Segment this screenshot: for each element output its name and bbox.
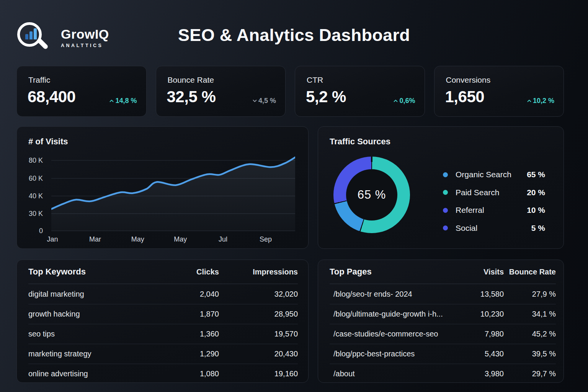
table-row: /about 3,980 29,7 % xyxy=(330,364,556,384)
row-name: /blog/ppc-best-practices xyxy=(330,350,450,358)
impressions-column-header: Impressions xyxy=(219,268,298,276)
legend-row: Organic Search 65 % xyxy=(443,166,545,184)
legend-dot-icon xyxy=(443,225,448,230)
kpi-label: Traffic xyxy=(28,75,50,85)
table-row: /blog/seo-tr ends- 2024 13,580 27,9 % xyxy=(330,284,556,304)
row-value-2: 32,020 xyxy=(219,290,298,299)
table-row: online advertising 1,080 19,160 xyxy=(28,364,298,384)
table-row: digital marketing 2,040 32,020 xyxy=(28,284,298,304)
kpi-delta-value: 4,5 % xyxy=(258,97,276,105)
donut-center-value: 65 % xyxy=(358,188,386,202)
y-tick-label: 40 K xyxy=(29,192,43,200)
row-name: marketing strategy xyxy=(28,350,154,358)
top-pages-title: Top Pages xyxy=(330,267,450,277)
area-fill xyxy=(51,157,295,231)
chevron-down-icon xyxy=(252,99,257,103)
row-value-1: 10,230 xyxy=(450,310,504,318)
kpi-card: Bounce Rate 32,5 % 4,5 % xyxy=(156,66,286,117)
kpi-value: 68,400 xyxy=(28,88,75,106)
row-value-1: 7,980 xyxy=(450,330,504,338)
top-pages-card: Top Pages Visits Bounce Rate /blog/seo-t… xyxy=(318,260,564,383)
kpi-card: Conversions 1,650 10,2 % xyxy=(434,66,564,117)
row-name: /blog/ultimate-guide-growth i-h... xyxy=(330,310,450,318)
row-value-2: 19,160 xyxy=(219,369,298,378)
clicks-column-header: Clicks xyxy=(154,268,219,276)
row-name: growth hacking xyxy=(28,310,154,318)
visits-line-plot xyxy=(51,154,295,235)
table-row: /blog/ultimate-guide-growth i-h... 10,23… xyxy=(330,304,556,324)
legend-label: Organic Search xyxy=(456,170,511,179)
y-tick-label: 60 K xyxy=(29,174,43,183)
visits-y-axis: 80 K60 K40 K30 K0 xyxy=(17,127,43,248)
legend-label: Paid Search xyxy=(456,188,499,197)
row-value-1: 1,870 xyxy=(154,310,219,318)
table-row: /case-studies/e-commerce-seo 7,980 45,2 … xyxy=(330,324,556,344)
kpi-label: Bounce Rate xyxy=(168,75,214,85)
top-keywords-card: Top Keywords Clicks Impressions digital … xyxy=(16,260,309,383)
row-value-1: 2,040 xyxy=(154,290,219,299)
kpi-label: Conversions xyxy=(446,75,491,85)
x-tick-label: Jan xyxy=(47,235,58,243)
row-value-2: 27,9 % xyxy=(504,290,556,299)
row-value-1: 3,980 xyxy=(450,369,504,378)
top-keywords-rows: digital marketing 2,040 32,020 growth ha… xyxy=(28,284,298,384)
visits-chart-card: # of Visits 80 K60 K40 K30 K0 JanMarMayM… xyxy=(16,126,309,249)
kpi-value: 5,2 % xyxy=(306,88,346,106)
row-value-1: 1,290 xyxy=(154,350,219,358)
legend-value: 10 % xyxy=(527,206,545,215)
legend-row: Paid Search 20 % xyxy=(443,184,545,202)
row-name: online advertising xyxy=(28,369,154,378)
visits-column-header: Visits xyxy=(450,268,504,276)
kpi-delta: 14,8 % xyxy=(109,97,137,105)
kpi-card: CTR 5,2 % 0,6% xyxy=(295,66,425,117)
traffic-sources-title: Traffic Sources xyxy=(330,137,390,147)
traffic-sources-card: Traffic Sources 65 % Organic Search 65 %… xyxy=(318,126,564,249)
legend-dot-icon xyxy=(443,190,448,195)
bounce-rate-column-header: Bounce Rate xyxy=(504,268,556,276)
x-tick-label: May xyxy=(131,235,144,243)
row-value-2: 45,2 % xyxy=(504,330,556,338)
dashboard-page: GrowIQ ANALTTICS SEO & Analytics Dashboa… xyxy=(0,0,588,392)
legend-value: 20 % xyxy=(527,188,545,197)
x-tick-label: Sep xyxy=(260,235,272,243)
y-tick-label: 80 K xyxy=(29,156,43,165)
legend-value: 5 % xyxy=(531,224,545,233)
kpi-value: 32,5 % xyxy=(167,88,216,106)
chevron-up-icon xyxy=(109,99,114,103)
kpi-label: CTR xyxy=(307,75,323,85)
legend-row: Referral 10 % xyxy=(443,201,545,219)
kpi-delta: 0,6% xyxy=(393,97,415,105)
table-row: marketing strategy 1,290 20,430 xyxy=(28,344,298,364)
kpi-row: Traffic 68,400 14,8 % Bounce Rate 32,5 %… xyxy=(16,66,564,117)
x-tick-label: Mar xyxy=(89,235,101,243)
donut-hole: 65 % xyxy=(346,169,397,220)
row-value-2: 28,950 xyxy=(219,310,298,318)
traffic-sources-donut: 65 % xyxy=(333,157,410,233)
row-value-1: 13,580 xyxy=(450,290,504,299)
row-name: digital marketing xyxy=(28,290,154,299)
top-keywords-title: Top Keywords xyxy=(28,267,154,277)
row-value-1: 1,080 xyxy=(154,369,219,378)
top-pages-header: Top Pages Visits Bounce Rate xyxy=(330,260,556,284)
row-name: /case-studies/e-commerce-seo xyxy=(330,330,450,338)
y-tick-label: 30 K xyxy=(29,209,43,218)
row-value-2: 39,5 % xyxy=(504,350,556,358)
row-value-2: 20,430 xyxy=(219,350,298,358)
page-title: SEO & Analytics Dashboard xyxy=(0,25,588,45)
legend-dot-icon xyxy=(443,208,448,213)
kpi-delta: 10,2 % xyxy=(527,97,554,105)
row-value-2: 34,1 % xyxy=(504,310,556,318)
chevron-up-icon xyxy=(393,99,398,103)
table-row: /blog/ppc-best-practices 5,430 39,5 % xyxy=(330,344,556,364)
row-value-1: 1,360 xyxy=(154,330,219,338)
kpi-delta-value: 0,6% xyxy=(399,97,415,105)
row-value-2: 19,570 xyxy=(219,330,298,338)
row-name: /blog/seo-tr ends- 2024 xyxy=(330,290,450,299)
kpi-delta-value: 10,2 % xyxy=(533,97,554,105)
kpi-delta: 4,5 % xyxy=(252,97,276,105)
legend-row: Social 5 % xyxy=(443,219,545,237)
y-tick-label: 0 xyxy=(39,227,43,235)
table-row: seo tips 1,360 19,570 xyxy=(28,324,298,344)
legend-label: Referral xyxy=(456,206,484,215)
x-tick-label: May xyxy=(174,235,187,243)
